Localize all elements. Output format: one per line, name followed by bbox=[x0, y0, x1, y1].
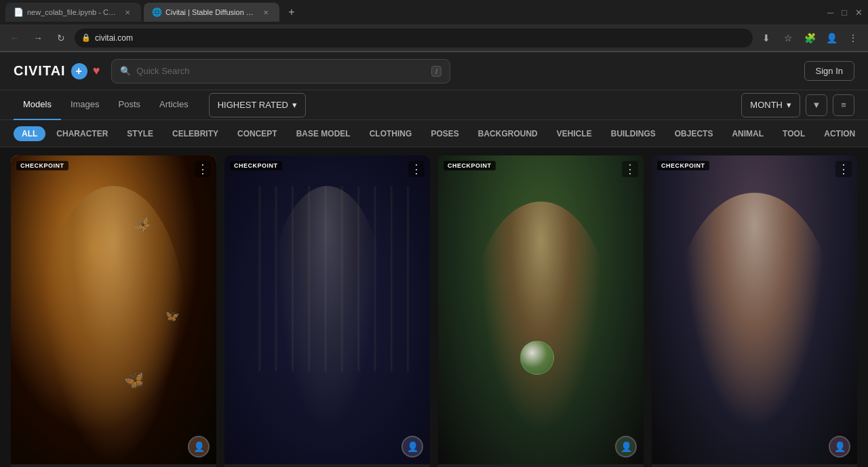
tab-posts-label: Posts bbox=[119, 99, 141, 109]
nav-actions: ⬇ ☆ 🧩 👤 ⋮ bbox=[757, 29, 863, 48]
back-button[interactable]: ← bbox=[5, 29, 24, 48]
app-header: CIVITAI + ♥ 🔍 Quick Search / Sign In bbox=[0, 52, 868, 90]
card-image-epic: CHECKPOINT ⋮ 👤 bbox=[438, 155, 644, 464]
search-icon: 🔍 bbox=[120, 66, 131, 76]
cat-style[interactable]: STYLE bbox=[119, 126, 161, 141]
cat-tool[interactable]: TOOL bbox=[774, 126, 813, 141]
sort-button[interactable]: HIGHEST RATED ▾ bbox=[209, 93, 306, 117]
downloads-button[interactable]: ⬇ bbox=[757, 29, 776, 48]
browser-tab-1[interactable]: 📄 new_colab_file.ipynb - Collabora... ✕ bbox=[5, 3, 141, 22]
card-info-dreamshaper: DreamShaper bbox=[11, 464, 216, 468]
cat-objects[interactable]: OBJECTS bbox=[667, 126, 722, 141]
card-menu-4[interactable]: ⋮ bbox=[835, 161, 852, 177]
search-slash: / bbox=[431, 66, 441, 77]
browser-tab-2[interactable]: 🌐 Civitai | Stable Diffusion models... ✕ bbox=[144, 3, 279, 22]
butterfly-decoration-3: 🦋 bbox=[122, 370, 145, 392]
nav-bar: ← → ↻ 🔒 civitai.com ⬇ ☆ 🧩 👤 ⋮ bbox=[0, 24, 868, 52]
bookmark-button[interactable]: ☆ bbox=[778, 29, 797, 48]
card-menu-3[interactable]: ⋮ bbox=[622, 161, 638, 177]
card-cetus-mix[interactable]: CHECKPOINT ⋮ 👤 Cetus-Mix ★★★★★ 225 ♥ 2.7… bbox=[224, 155, 430, 467]
period-label: MONTH bbox=[750, 100, 783, 110]
tab-bar: 📄 new_colab_file.ipynb - Collabora... ✕ … bbox=[0, 0, 868, 24]
layout-button[interactable]: ≡ bbox=[833, 94, 854, 116]
tab-close-2[interactable]: ✕ bbox=[260, 7, 271, 18]
browser-close[interactable]: ✕ bbox=[855, 7, 863, 18]
card-info-xxmix: XXMix_9realistic ★★★★★ 193 ♥ 4.5K 💬 36 ⬇… bbox=[652, 464, 857, 468]
plus-icon: + bbox=[75, 65, 82, 77]
card-info-cetus: Cetus-Mix ★★★★★ 225 ♥ 2.7K 💬 42 ⬇ 38K bbox=[224, 464, 430, 468]
filter-icon: ▼ bbox=[812, 100, 821, 110]
tab-articles-label: Articles bbox=[159, 99, 189, 109]
logo-heart-icon[interactable]: ♥ bbox=[93, 64, 101, 78]
tab-favicon-1: 📄 bbox=[14, 7, 23, 17]
logo: CIVITAI + ♥ bbox=[14, 63, 100, 79]
period-chevron-icon: ▾ bbox=[787, 100, 791, 110]
tab-articles[interactable]: Articles bbox=[150, 90, 198, 120]
cat-buildings[interactable]: BUILDINGS bbox=[603, 126, 664, 141]
checkpoint-badge-4: CHECKPOINT bbox=[657, 161, 709, 170]
tab-posts[interactable]: Posts bbox=[109, 90, 151, 120]
tab-title-2: Civitai | Stable Diffusion models... bbox=[165, 8, 256, 16]
logo-add-button[interactable]: + bbox=[71, 63, 87, 79]
forward-button[interactable]: → bbox=[28, 29, 47, 48]
cat-celebrity[interactable]: CELEBRITY bbox=[164, 126, 226, 141]
cat-action[interactable]: ACTION bbox=[816, 126, 863, 141]
cat-concept[interactable]: CONCEPT bbox=[229, 126, 285, 141]
search-bar[interactable]: 🔍 Quick Search / bbox=[111, 59, 450, 83]
sign-in-button[interactable]: Sign In bbox=[804, 61, 854, 81]
profile-button[interactable]: 👤 bbox=[822, 29, 841, 48]
logo-text: CIVITAI bbox=[14, 63, 66, 79]
checkpoint-badge-2: CHECKPOINT bbox=[230, 161, 282, 170]
card-epicrealism[interactable]: CHECKPOINT ⋮ 👤 epiCRealism ★★★★★ 305 ♥ 3… bbox=[438, 155, 644, 467]
browser-minimize[interactable]: ─ bbox=[827, 7, 833, 18]
browser-chrome: 📄 new_colab_file.ipynb - Collabora... ✕ … bbox=[0, 0, 868, 52]
sort-chevron-icon: ▾ bbox=[292, 100, 297, 110]
extensions-button[interactable]: 🧩 bbox=[800, 29, 819, 48]
card-image-xxmix: CHECKPOINT ⋮ 👤 bbox=[652, 155, 857, 464]
filter-button[interactable]: ▼ bbox=[806, 94, 827, 116]
toolbar-right: MONTH ▾ ▼ ≡ bbox=[730, 93, 854, 117]
tab-models-label: Models bbox=[23, 99, 52, 109]
layout-icon: ≡ bbox=[841, 100, 846, 110]
tab-models[interactable]: Models bbox=[14, 90, 61, 120]
cat-poses[interactable]: POSES bbox=[422, 126, 467, 141]
cat-character[interactable]: CHARACTER bbox=[48, 126, 116, 141]
tab-title-1: new_colab_file.ipynb - Collabora... bbox=[27, 8, 118, 16]
card-image-dreamshaper: 🦋 🦋 🦋 CHECKPOINT ⋮ 👤 bbox=[11, 155, 216, 464]
card-menu-2[interactable]: ⋮ bbox=[408, 161, 425, 177]
toolbar: Models Images Posts Articles HIGHEST RAT… bbox=[0, 90, 868, 120]
card-info-epic: epiCRealism ★★★★★ 305 ♥ 3.4K 💬 91 ⬇ 59K bbox=[438, 464, 644, 468]
tab-images[interactable]: Images bbox=[61, 90, 109, 120]
category-bar: ALL CHARACTER STYLE CELEBRITY CONCEPT BA… bbox=[0, 120, 868, 147]
card-dreamshaper[interactable]: 🦋 🦋 🦋 CHECKPOINT ⋮ 👤 DreamShaper bbox=[11, 155, 216, 467]
address-bar[interactable]: 🔒 civitai.com bbox=[75, 29, 753, 48]
cat-vehicle[interactable]: VEHICLE bbox=[549, 126, 600, 141]
address-text: civitai.com bbox=[95, 33, 742, 43]
card-image-cetus: CHECKPOINT ⋮ 👤 bbox=[224, 155, 430, 464]
more-button[interactable]: ⋮ bbox=[844, 29, 863, 48]
cat-animal[interactable]: ANIMAL bbox=[724, 126, 772, 141]
cat-clothing[interactable]: CLOTHING bbox=[361, 126, 420, 141]
refresh-button[interactable]: ↻ bbox=[52, 29, 71, 48]
cat-all[interactable]: ALL bbox=[14, 126, 45, 141]
checkpoint-badge-1: CHECKPOINT bbox=[16, 161, 68, 170]
tab-images-label: Images bbox=[71, 99, 100, 109]
cat-background[interactable]: BACKGROUND bbox=[470, 126, 546, 141]
toolbar-left: Models Images Posts Articles HIGHEST RAT… bbox=[14, 90, 730, 120]
checkpoint-badge-3: CHECKPOINT bbox=[443, 161, 496, 170]
card-avatar-1: 👤 bbox=[188, 436, 210, 457]
tab-close-1[interactable]: ✕ bbox=[122, 7, 133, 18]
sort-label: HIGHEST RATED bbox=[218, 100, 288, 110]
cat-base-model[interactable]: BASE MODEL bbox=[288, 126, 359, 141]
browser-maximize[interactable]: □ bbox=[842, 7, 847, 18]
tab-favicon-2: 🌐 bbox=[152, 7, 161, 17]
card-avatar-3: 👤 bbox=[615, 436, 637, 457]
content-grid: 🦋 🦋 🦋 CHECKPOINT ⋮ 👤 DreamShaper CHECKPO… bbox=[0, 147, 868, 467]
new-tab-button[interactable]: + bbox=[282, 3, 301, 22]
card-menu-1[interactable]: ⋮ bbox=[195, 161, 211, 177]
card-xxmix[interactable]: CHECKPOINT ⋮ 👤 XXMix_9realistic ★★★★★ 19… bbox=[652, 155, 857, 467]
lock-icon: 🔒 bbox=[81, 33, 91, 42]
card-avatar-4: 👤 bbox=[829, 436, 850, 457]
period-button[interactable]: MONTH ▾ bbox=[741, 93, 800, 117]
search-placeholder: Quick Search bbox=[136, 66, 189, 76]
